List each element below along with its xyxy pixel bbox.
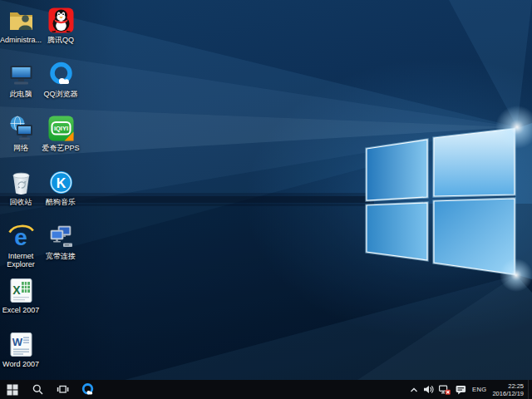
svg-text:iQIYI: iQIYI [53, 125, 67, 132]
administrator-folder-icon [7, 7, 35, 34]
desktop-icon-word-2007[interactable]: W Word 2007 [1, 328, 41, 380]
search-button[interactable] [25, 380, 50, 399]
this-pc-icon [7, 61, 35, 88]
taskbar-qq-browser-button[interactable] [75, 380, 100, 399]
desktop-icon-column-1: Administra... 此电脑 [1, 3, 41, 380]
task-view-button[interactable] [50, 380, 75, 399]
desktop-icon-this-pc[interactable]: 此电脑 [1, 57, 41, 111]
desktop-icon-recycle-bin[interactable]: 回收站 [1, 165, 41, 219]
svg-text:K: K [56, 176, 66, 190]
desktop-icon-label: 爱奇艺PPS [42, 144, 79, 152]
network-disconnected-icon [439, 385, 451, 395]
qq-browser-icon [81, 382, 95, 397]
broadband-connection-icon [47, 223, 75, 250]
clock-date: 2016/12/19 [492, 390, 524, 397]
windows-10-desktop-screen: Administra... 此电脑 [0, 0, 532, 399]
show-desktop-button[interactable] [528, 380, 532, 399]
search-icon [32, 384, 43, 395]
desktop-icon-label: 网络 [13, 144, 28, 152]
svg-text:X: X [12, 283, 21, 297]
iqiyi-pps-icon: iQIYI [47, 115, 75, 142]
windows-logo-icon [7, 384, 18, 396]
volume-button[interactable] [421, 380, 436, 399]
word-2007-icon: W [7, 331, 35, 358]
desktop-icon-label: Administra... [0, 36, 42, 44]
desktop-icon-tencent-qq[interactable]: 腾讯QQ [41, 3, 81, 57]
desktop-icon-column-2: 腾讯QQ QQ浏览器 [41, 3, 81, 273]
desktop-surface[interactable]: Administra... 此电脑 [0, 0, 532, 380]
desktop-icon-label: 腾讯QQ [47, 36, 74, 44]
desktop-icon-label: 此电脑 [10, 90, 32, 98]
desktop-icon-network[interactable]: 网络 [1, 111, 41, 165]
network-status-button[interactable] [436, 380, 453, 399]
task-view-icon [57, 384, 69, 395]
tencent-qq-icon [47, 7, 75, 34]
internet-explorer-icon: e [7, 223, 35, 250]
desktop-icon-label: QQ浏览器 [43, 90, 77, 98]
desktop-icon-qq-browser[interactable]: QQ浏览器 [41, 57, 81, 111]
svg-text:W: W [12, 336, 22, 348]
desktop-icon-label: Internet Explorer [1, 252, 41, 268]
language-indicator[interactable]: ENG [469, 380, 490, 399]
taskbar: ENG 22:25 2016/12/19 [0, 380, 532, 399]
kugou-music-icon: K [47, 169, 75, 196]
svg-text:e: e [14, 224, 27, 250]
start-button[interactable] [0, 380, 25, 399]
desktop-icon-label: 酷狗音乐 [46, 198, 76, 206]
chevron-up-icon [410, 387, 418, 393]
excel-2007-icon: X [7, 277, 35, 304]
tray-overflow-button[interactable] [407, 380, 421, 399]
desktop-icon-kugou-music[interactable]: K 酷狗音乐 [41, 165, 81, 219]
desktop-icon-internet-explorer[interactable]: e Internet Explorer [1, 219, 41, 273]
network-icon [7, 115, 35, 142]
desktop-icon-label: Word 2007 [2, 360, 39, 368]
desktop-icon-administrator-folder[interactable]: Administra... [1, 3, 41, 57]
clock-time: 22:25 [492, 382, 524, 390]
desktop-icon-label: 回收站 [10, 198, 32, 206]
desktop-icon-broadband-connection[interactable]: 宽带连接 [41, 219, 81, 273]
desktop-icon-iqiyi-pps[interactable]: iQIYI 爱奇艺PPS [41, 111, 81, 165]
system-tray: ENG 22:25 2016/12/19 [407, 380, 532, 399]
ime-message-button[interactable] [453, 380, 469, 399]
speaker-icon [423, 385, 434, 394]
taskbar-left-group [0, 380, 100, 399]
desktop-icon-label: Excel 2007 [2, 306, 40, 314]
message-bubble-icon [456, 385, 466, 395]
qq-browser-icon [47, 61, 75, 88]
taskbar-clock[interactable]: 22:25 2016/12/19 [490, 380, 528, 399]
recycle-bin-icon [7, 169, 35, 196]
desktop-icon-label: 宽带连接 [46, 252, 76, 260]
desktop-icon-excel-2007[interactable]: X Excel 2007 [1, 273, 41, 328]
